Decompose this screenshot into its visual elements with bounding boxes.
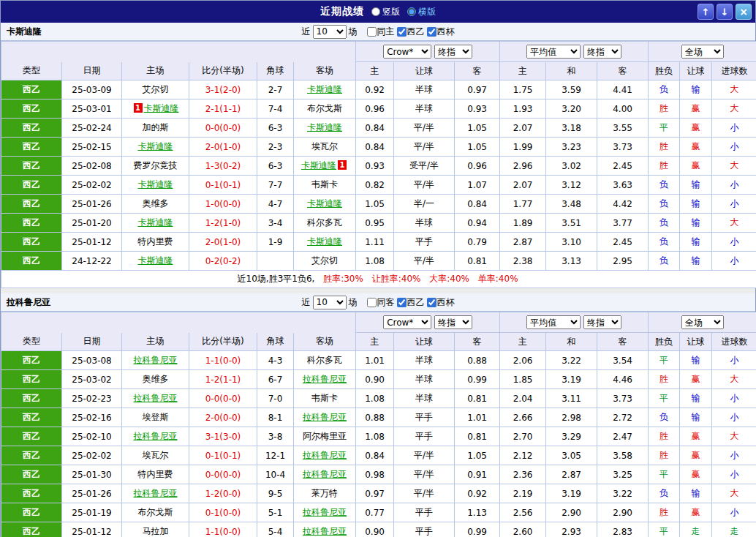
league-filter[interactable]: 西乙 [397, 26, 425, 38]
odds-home-cell: 1.11 [356, 233, 394, 252]
same-venue-filter[interactable]: 同主 [367, 26, 395, 38]
match-row: 西乙25-03-08拉科鲁尼亚1-1(0-0)4-3科尔多瓦1.01半球0.88… [1, 351, 756, 370]
team-link[interactable]: 卡斯迪隆 [138, 141, 173, 151]
team-link[interactable]: 布尔戈斯 [138, 507, 173, 517]
results-table: Crow* 终指 平均值 终指 全场 类型 日期 主场 比分(半场) [1, 41, 756, 288]
team-link[interactable]: 加的斯 [143, 122, 169, 132]
team-link[interactable]: 卡斯迪隆 [138, 255, 173, 266]
team-link[interactable]: 奥维多 [143, 198, 169, 209]
handicap-cell: 半球 [394, 99, 455, 119]
home-team-cell: 拉科鲁尼亚 [122, 484, 189, 503]
handicap-result-cell: 输 [680, 484, 712, 503]
team-link[interactable]: 拉科鲁尼亚 [303, 507, 347, 517]
scope-select[interactable]: 全场 [681, 45, 724, 59]
match-count-select[interactable]: 10 [313, 296, 347, 309]
vertical-radio[interactable] [371, 7, 380, 16]
col-result: 胜负 [649, 62, 680, 80]
page-title: 近期战绩 [320, 5, 364, 18]
team-link[interactable]: 艾尔切 [311, 255, 338, 266]
odds-home-cell: 0.84 [356, 446, 394, 465]
odds-company-select[interactable]: Crow* [383, 315, 431, 329]
odds-company-select[interactable]: Crow* [383, 45, 431, 59]
same-venue-checkbox[interactable] [367, 27, 377, 37]
odds-home-cell: 0.84 [356, 138, 394, 157]
handicap-cell: 半球 [394, 214, 455, 233]
team-link[interactable]: 拉科鲁尼亚 [134, 431, 178, 441]
team-link[interactable]: 莱万特 [311, 488, 338, 498]
team-link[interactable]: 卡斯迪隆 [138, 217, 173, 228]
avg-away-cell: 3.55 [597, 119, 649, 138]
col-goals-result: 进球数 [712, 62, 756, 80]
team-link[interactable]: 马拉加 [143, 526, 169, 536]
cup-checkbox[interactable] [427, 298, 436, 307]
odds-home-cell: 0.95 [356, 214, 394, 233]
match-count-select[interactable]: 10 [313, 25, 347, 39]
cup-checkbox[interactable] [427, 27, 436, 37]
corners-cell: 10-4 [257, 465, 294, 484]
layout-radio-horizontal[interactable]: 横版 [407, 6, 436, 18]
same-venue-checkbox[interactable] [367, 298, 377, 307]
team-link[interactable]: 特内里费 [138, 236, 173, 247]
layout-radio-vertical[interactable]: 竖版 [371, 6, 400, 18]
average-select[interactable]: 平均值 [526, 315, 581, 329]
league-filter[interactable]: 西乙 [397, 296, 425, 309]
team-link[interactable]: 卡斯迪隆 [138, 179, 173, 189]
team-link[interactable]: 科尔多瓦 [307, 355, 342, 365]
team-link[interactable]: 阿尔梅里亚 [303, 431, 347, 441]
league-checkbox[interactable] [397, 27, 407, 37]
col-goals-result: 进球数 [712, 333, 756, 351]
team-link[interactable]: 特内里费 [138, 469, 173, 479]
league-checkbox[interactable] [397, 298, 407, 307]
team-link[interactable]: 拉科鲁尼亚 [303, 469, 347, 479]
team-link[interactable]: 布尔戈斯 [307, 103, 342, 113]
odds-away-cell: 0.99 [455, 370, 500, 389]
red-card-badge: 1 [338, 160, 347, 170]
summary-odd-goals-rate: 单率:40% [478, 274, 518, 284]
odds-home-cell: 0.93 [356, 157, 394, 176]
team-link[interactable]: 韦斯卡 [311, 179, 338, 189]
team-link[interactable]: 奥维多 [143, 374, 169, 384]
average-select[interactable]: 平均值 [526, 45, 581, 59]
team-link[interactable]: 艾尔切 [143, 84, 169, 94]
team-link[interactable]: 卡斯迪隆 [307, 198, 342, 209]
team-link[interactable]: 拉科鲁尼亚 [134, 393, 178, 403]
cup-filter[interactable]: 西杯 [427, 26, 455, 38]
team-link[interactable]: 费罗尔竞技 [134, 160, 178, 170]
result-cell: 胜 [649, 99, 680, 119]
team-link[interactable]: 科尔多瓦 [307, 217, 342, 228]
team-link[interactable]: 韦斯卡 [311, 393, 338, 403]
home-team-cell: 1卡斯迪隆 [122, 99, 189, 119]
close-button[interactable]: × [736, 4, 752, 20]
team-link[interactable]: 卡斯迪隆 [307, 122, 342, 132]
team-link[interactable]: 拉科鲁尼亚 [134, 488, 178, 498]
odds-final-select[interactable]: 终指 [434, 315, 472, 329]
team-link[interactable]: 卡斯迪隆 [301, 160, 336, 170]
team-link[interactable]: 埃登斯 [143, 412, 169, 422]
away-team-cell: 艾尔切 [294, 252, 356, 271]
average-final-select[interactable]: 终指 [583, 315, 621, 329]
team-link[interactable]: 卡斯迪隆 [307, 84, 342, 94]
team-link[interactable]: 拉科鲁尼亚 [303, 450, 347, 460]
odds-home-cell: 0.88 [356, 408, 394, 427]
average-final-select[interactable]: 终指 [583, 45, 621, 59]
team-link[interactable]: 卡斯迪隆 [307, 236, 342, 247]
odds-final-select[interactable]: 终指 [434, 45, 472, 59]
team-link[interactable]: 拉科鲁尼亚 [134, 355, 178, 365]
move-down-button[interactable]: ↓ [717, 4, 733, 20]
odds-home-cell: 0.98 [356, 465, 394, 484]
team-link[interactable]: 拉科鲁尼亚 [303, 412, 347, 422]
scope-select[interactable]: 全场 [681, 315, 724, 329]
same-venue-filter[interactable]: 同客 [367, 296, 395, 309]
odds-home-cell: 0.90 [356, 522, 394, 537]
team-link[interactable]: 埃瓦尔 [143, 450, 169, 460]
team-link[interactable]: 埃瓦尔 [311, 141, 338, 151]
avg-home-cell: 1.75 [500, 80, 546, 99]
team-link[interactable]: 卡斯迪隆 [144, 103, 179, 113]
horizontal-radio[interactable] [407, 7, 416, 16]
col-result: 胜负 [649, 333, 680, 351]
move-up-button[interactable]: ↑ [698, 4, 714, 20]
team-link[interactable]: 拉科鲁尼亚 [303, 526, 347, 536]
cup-filter[interactable]: 西杯 [427, 296, 455, 309]
team-link[interactable]: 拉科鲁尼亚 [303, 374, 347, 384]
team-name-wrap: 加的斯 [143, 122, 169, 132]
